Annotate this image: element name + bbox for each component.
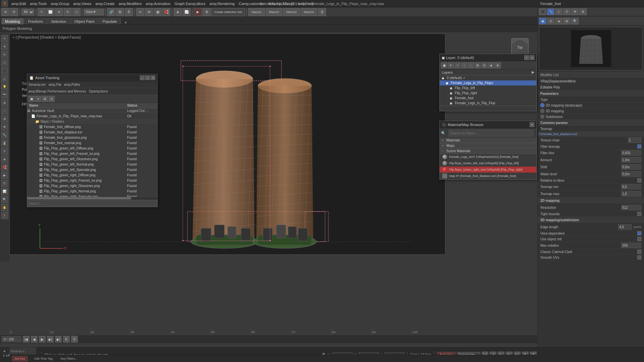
layer-tb-3[interactable]: +	[454, 62, 461, 68]
menu-group[interactable]: amp;Group	[49, 0, 71, 7]
rp-max-subdivs-input[interactable]	[621, 243, 641, 248]
prev-frame-btn[interactable]: ◀	[31, 336, 38, 343]
layer-list-item[interactable]: ◼Female_Legs_in_Flip_Flop	[440, 101, 536, 106]
asset-table-row[interactable]: 🖼Flip_Flop_green_left_Glossines.pngFound	[27, 157, 157, 162]
asset-scrollbar[interactable]	[27, 197, 157, 199]
asset-search-input[interactable]	[27, 200, 157, 207]
anim-lt-btn[interactable]: ▶	[1, 172, 8, 179]
rp-water-input[interactable]	[621, 171, 641, 177]
macro3-button[interactable]: Macro3	[283, 8, 300, 16]
material-list-item[interactable]: #Map #7 (Female_foot_displace.exr) [Fema…	[440, 173, 536, 179]
asset-table-row[interactable]: 🖼Flip_Flop_green_right_Diffuse.pngFound	[27, 173, 157, 178]
shapes-lt-btn[interactable]: △	[1, 75, 8, 82]
rp-mod-tab-5[interactable]: 🔍	[571, 18, 579, 24]
addtime-button[interactable]: Add Time Tag	[33, 356, 54, 361]
macro1-button[interactable]: Macro1	[248, 8, 265, 16]
scale-lt-btn[interactable]: ⬡	[1, 59, 8, 66]
layer-list-item[interactable]: ◼Flip_Flop_left	[440, 85, 536, 90]
undo-button[interactable]: ⟲	[1, 8, 9, 16]
zoom-lt-btn[interactable]: 🔍	[1, 196, 8, 203]
rp-edge-length-input[interactable]	[618, 224, 632, 230]
at-menu-bitmap[interactable]: amp;Bitmap Performance and Memory	[29, 89, 86, 93]
asset-list-container[interactable]: Name Status 🏛Autodesk VaultLogged Out ..…	[27, 103, 157, 197]
create-lt-btn[interactable]: ⬛	[1, 67, 8, 74]
layer-close-btn[interactable]: ✕	[530, 55, 534, 60]
rp-amount-input[interactable]	[621, 157, 641, 163]
material-list-item[interactable]: Flip-flops_Green_right_mat (VRayMtl) [Fl…	[440, 167, 536, 173]
rp-tab-modify[interactable]: 🔧	[547, 8, 554, 15]
rp-filter-texmap-checkbox[interactable]	[637, 144, 641, 148]
link-button[interactable]: 🔗	[107, 8, 115, 16]
rp-shift-input[interactable]	[621, 164, 641, 170]
layer-list-item[interactable]: ◼Female_foot	[440, 96, 536, 101]
material-list-item[interactable]: Female_Legs_MAT (VRayFastSSS2) [Female_f…	[440, 154, 536, 160]
rp-texture-chan-input[interactable]	[628, 137, 641, 143]
mat-section-materials[interactable]: + Materials	[440, 138, 536, 143]
tab-modeling[interactable]: Modeling	[1, 18, 24, 24]
rp-tab-create[interactable]: ⬛	[539, 8, 546, 15]
rp-mod-tab-4[interactable]: ⊞	[563, 18, 571, 24]
menu-rendering[interactable]: amp;Rendering	[207, 0, 236, 7]
layer-tb-9[interactable]: ⊗	[495, 62, 501, 68]
asset-table-row[interactable]: 🖼Flip_Flop_green_left_Specular.pngFound	[27, 167, 157, 173]
first-frame-btn[interactable]: |◀	[23, 336, 30, 343]
align-button[interactable]: ⇔	[136, 8, 144, 16]
tab-object-paint[interactable]: Object Paint	[71, 18, 98, 24]
asset-table-row[interactable]: 🖼Female_foot_glossiness.pngFound	[27, 135, 157, 140]
systems-lt-btn[interactable]: ⚙	[1, 115, 8, 123]
array-button[interactable]: ▦	[154, 8, 162, 16]
layer-help-btn[interactable]: ?	[524, 55, 529, 60]
at-menu-options[interactable]: Opamp;tions	[89, 89, 108, 93]
render-button[interactable]: ▶	[194, 8, 202, 16]
frame-counter[interactable]: 0 / 100	[1, 336, 21, 342]
view-dropdown[interactable]: View ▼	[84, 9, 104, 15]
asset-table-row[interactable]: 🖼Flip_Flop_green_left_Diffuse.pngFound	[27, 146, 157, 151]
next-frame-btn[interactable]: ▶|	[47, 336, 54, 343]
layer-tb-8[interactable]: ◈	[488, 62, 494, 68]
at-menu-server[interactable]: Seramp;ver	[29, 83, 46, 86]
asset-table-row[interactable]: 📁Maps / Shaders	[27, 119, 157, 124]
xform-lt-btn[interactable]: ⌛	[1, 139, 8, 147]
rp-tab-motion[interactable]: ⏱	[563, 8, 571, 15]
layer-scrollbar[interactable]	[440, 106, 536, 111]
asset-tracking-close[interactable]: ✕	[151, 75, 155, 80]
asset-table-row[interactable]: 📄Female_Legs_in_Flip_Flops_max_vray.maxO…	[27, 114, 157, 119]
modifier-vray-displacement[interactable]: VRayDisplacementMod	[538, 78, 644, 84]
layer-tb-7[interactable]: ⊡	[481, 62, 487, 68]
macro4-button[interactable]: Macro4	[301, 8, 317, 16]
rp-texmap-max-input[interactable]	[621, 191, 641, 196]
walkthru-lt-btn[interactable]: 🚶	[1, 212, 8, 219]
tab-selection[interactable]: Selection	[47, 18, 70, 24]
rp-texmap-min-input[interactable]	[621, 184, 641, 189]
asset-table-row[interactable]: 🖼Female_foot_normal.pngFound	[27, 140, 157, 146]
track-lt-btn[interactable]: 📊	[1, 188, 8, 195]
layer-tb-4[interactable]: ↑	[461, 62, 467, 68]
time-lt-btn[interactable]: ⏱	[1, 180, 8, 187]
time-cfg-btn[interactable]: ⏱	[71, 336, 78, 343]
rp-tight-bounds-checkbox[interactable]	[637, 212, 641, 216]
select-object-button[interactable]: ↖	[38, 8, 46, 16]
scale-button[interactable]: ⬡	[72, 8, 80, 16]
asset-table-row[interactable]: 🏛Autodesk VaultLogged Out ...	[27, 108, 157, 114]
unlink-button[interactable]: ⛓	[116, 8, 124, 16]
asset-table-row[interactable]: 🖼Flip_Flop_green_right_Specular.pngFound	[27, 194, 157, 197]
layer-tb-2[interactable]: ✕	[448, 62, 454, 68]
layer-tb-5[interactable]: ↓	[468, 62, 474, 68]
create-selection-button[interactable]: Create Selection Set	[211, 8, 245, 16]
modifier-editable-poly[interactable]: Editable Poly	[538, 84, 644, 90]
macro2-button[interactable]: Macro2	[266, 8, 282, 16]
select-region-button[interactable]: ⬜	[46, 8, 54, 16]
select-filter-dropdown[interactable]: All	[21, 9, 34, 15]
at-btn-2[interactable]: ≡	[35, 96, 41, 102]
asset-table-row[interactable]: 🖼Flip_Flop_green_left_Normal.pngFound	[27, 162, 157, 167]
rp-tab-display[interactable]: 👁	[571, 8, 579, 15]
rp-filter-blur-input[interactable]	[621, 150, 641, 156]
mat-search-input[interactable]	[448, 130, 534, 136]
named-sel-button[interactable]: ◈	[174, 8, 182, 16]
rp-tab-utilities[interactable]: ⚙	[579, 8, 587, 15]
layer-list-item[interactable]: ◼Flip_Flop_right	[440, 90, 536, 96]
rotate-button[interactable]: ↻	[64, 8, 72, 16]
mat-section-scene[interactable]: − Scene Materials	[440, 148, 536, 154]
curve-editor-button[interactable]: 📈	[182, 8, 191, 16]
menu-views[interactable]: amp;Views	[71, 0, 94, 7]
